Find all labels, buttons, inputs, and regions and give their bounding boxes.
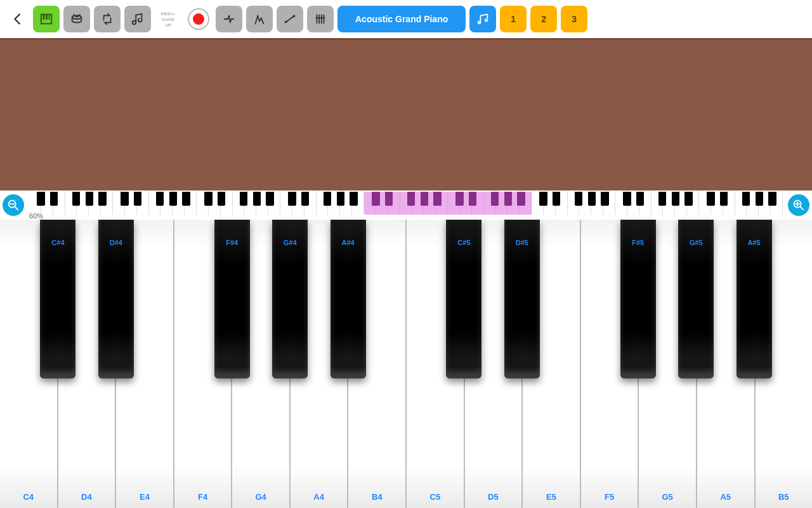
black-key[interactable]: D#4 — [98, 220, 134, 378]
black-key-label: C#5 — [457, 239, 470, 378]
piano-keys-icon — [39, 12, 53, 26]
notes-mode-button[interactable] — [124, 6, 151, 32]
zoom-out-button[interactable] — [3, 194, 24, 216]
overview-black-key[interactable] — [720, 192, 728, 206]
velocity-button[interactable] — [246, 6, 273, 32]
white-key-label: G5 — [662, 492, 672, 502]
overview-black-key[interactable] — [672, 192, 679, 206]
zoom-out-icon — [6, 198, 20, 212]
preset-2-button[interactable]: 2 — [530, 6, 557, 32]
black-key[interactable]: A#5 — [737, 220, 772, 378]
svg-point-5 — [285, 21, 287, 23]
preset-1-button[interactable]: 1 — [500, 6, 527, 32]
overview-black-key[interactable] — [455, 192, 463, 206]
overview-black-key[interactable] — [121, 192, 128, 206]
overview-black-key[interactable] — [575, 192, 582, 206]
black-key-label: C#4 — [51, 239, 64, 378]
black-key[interactable]: A#4 — [331, 220, 366, 378]
black-key[interactable]: F#5 — [620, 220, 656, 378]
overview-black-key[interactable] — [407, 192, 415, 206]
overview-black-key[interactable] — [768, 192, 776, 206]
overview-black-key[interactable] — [288, 192, 296, 206]
overview-black-key[interactable] — [504, 192, 512, 206]
zoom-in-icon — [792, 198, 806, 212]
overview-black-key[interactable] — [156, 192, 164, 206]
tune-icon — [476, 12, 490, 26]
back-button[interactable] — [6, 12, 29, 26]
overview-black-key[interactable] — [658, 192, 666, 206]
overview-black-key[interactable] — [37, 192, 44, 206]
black-key-label: D#5 — [516, 239, 528, 378]
overview-black-key[interactable] — [350, 192, 357, 206]
black-key[interactable]: G#5 — [678, 220, 714, 378]
black-key[interactable]: C#4 — [40, 220, 75, 378]
overview-black-key[interactable] — [385, 192, 393, 206]
preset-3-button[interactable]: 3 — [561, 6, 587, 32]
instrument-label: Acoustic Grand Piano — [355, 14, 448, 24]
svg-rect-2 — [46, 15, 48, 20]
overview-black-key[interactable] — [240, 192, 247, 206]
glissando-icon — [283, 12, 297, 26]
drum-icon — [70, 12, 84, 26]
overview-black-key[interactable] — [421, 192, 428, 206]
overview-black-key[interactable] — [372, 192, 379, 206]
black-key[interactable]: G#4 — [272, 220, 308, 378]
overview-black-key[interactable] — [253, 192, 261, 206]
overview-black-key[interactable] — [86, 192, 93, 206]
overview-black-key[interactable] — [539, 192, 547, 206]
metronome-line3: off — [166, 22, 171, 28]
overview-black-key[interactable] — [98, 192, 106, 206]
white-key-label: F5 — [605, 492, 614, 502]
overview-black-key[interactable] — [623, 192, 631, 206]
sound-settings-button[interactable] — [469, 6, 496, 32]
overview-black-key[interactable] — [553, 192, 560, 206]
arrow-left-icon — [11, 12, 25, 26]
overview-black-key[interactable] — [204, 192, 212, 206]
overview-highlight[interactable] — [364, 192, 532, 215]
record-button[interactable] — [185, 6, 212, 32]
drum-mode-button[interactable] — [63, 6, 90, 32]
overview-black-key[interactable] — [169, 192, 177, 206]
overview-black-key[interactable] — [517, 192, 525, 206]
overview-black-key[interactable] — [337, 192, 344, 206]
overview-black-key[interactable] — [707, 192, 714, 206]
overview-black-key[interactable] — [684, 192, 692, 206]
chord-button[interactable] — [307, 6, 334, 32]
overview-black-key[interactable] — [324, 192, 331, 206]
keyboard-overview: 60% — [0, 190, 812, 220]
black-key[interactable]: C#5 — [446, 220, 481, 378]
keyboard-mode-button[interactable] — [33, 6, 60, 32]
overview-black-key[interactable] — [636, 192, 644, 206]
overview-black-key[interactable] — [266, 192, 273, 206]
instrument-selector[interactable]: Acoustic Grand Piano — [337, 6, 466, 32]
white-key-label: A4 — [313, 492, 324, 502]
loop-mode-button[interactable] — [94, 6, 121, 32]
overview-black-key[interactable] — [601, 192, 608, 206]
black-key-label: G#4 — [284, 239, 297, 378]
black-key[interactable]: D#5 — [504, 220, 540, 378]
black-key[interactable]: F#4 — [214, 220, 250, 378]
overview-black-key[interactable] — [72, 192, 80, 206]
black-key-label: G#5 — [690, 239, 703, 378]
metronome-toggle[interactable]: Metro- nome off — [155, 6, 181, 32]
overview-black-key[interactable] — [134, 192, 141, 206]
overview-black-key[interactable] — [469, 192, 476, 206]
white-key-label: D4 — [81, 492, 92, 502]
overview-black-key[interactable] — [756, 192, 763, 206]
overview-black-key[interactable] — [301, 192, 309, 206]
white-key-label: E5 — [546, 492, 556, 502]
overview-black-key[interactable] — [218, 192, 225, 206]
sustain-icon — [222, 12, 236, 26]
overview-black-key[interactable] — [588, 192, 596, 206]
overview-black-key[interactable] — [50, 192, 58, 206]
sustain-button[interactable] — [216, 6, 242, 32]
glissando-button[interactable] — [277, 6, 303, 32]
zoom-in-button[interactable] — [788, 194, 809, 216]
overview-black-key[interactable] — [742, 192, 750, 206]
overview-black-key[interactable] — [491, 192, 499, 206]
overview-strip[interactable] — [29, 192, 783, 215]
overview-black-key[interactable] — [433, 192, 441, 206]
overview-black-key[interactable] — [182, 192, 190, 206]
white-key-label: E4 — [140, 492, 150, 502]
black-key-label: A#4 — [341, 239, 354, 378]
